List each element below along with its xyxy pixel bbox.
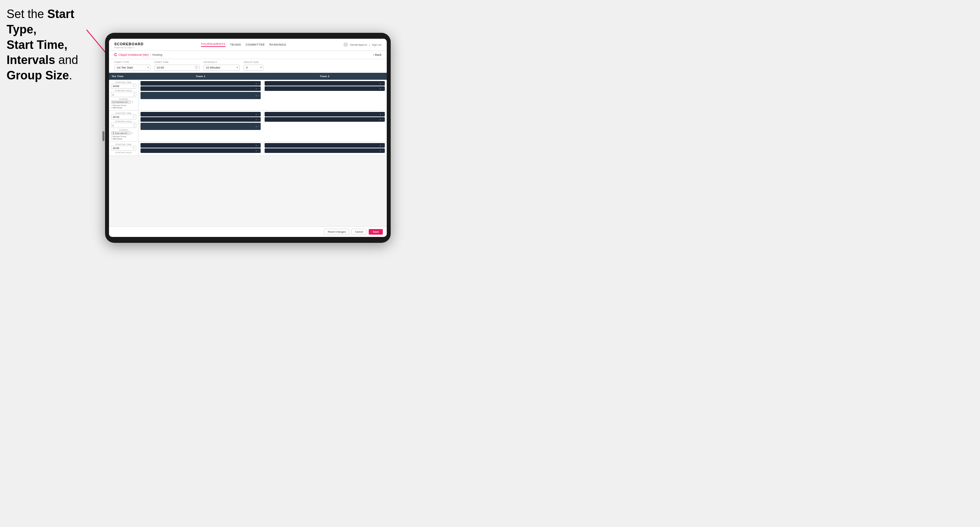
save-button[interactable]: Save bbox=[369, 229, 383, 235]
o-icon-1-3: ○ bbox=[258, 95, 259, 97]
tablet-screen: SCOREBOARD Powered by clipp.io TOURNAMEN… bbox=[109, 39, 387, 237]
breadcrumb-tournament[interactable]: Clippd Invitational (Me) bbox=[119, 53, 149, 56]
player-row-5-2: ✕ ○ bbox=[140, 148, 261, 153]
o-icon-4-1: ○ bbox=[382, 113, 383, 115]
add-group-2[interactable]: + Add Group bbox=[111, 138, 136, 140]
x-icon-5-2: ✕ bbox=[255, 150, 257, 152]
x-icon-1-2: ✕ bbox=[255, 87, 257, 90]
clock-icon: 🕐 bbox=[195, 66, 198, 69]
remove-add-2: ○ Remove Group + Add Group bbox=[111, 135, 136, 140]
time-clock-icon-2: ⏱ bbox=[132, 116, 135, 118]
instruction-and: and bbox=[55, 53, 78, 67]
starting-time-label-3: STARTING TIME: bbox=[111, 143, 136, 145]
course-row-1: (A) Peachtree GC × ▾ bbox=[111, 100, 136, 104]
tee-table: Tee Time Team 1 Team 2 STARTING TIME: 10… bbox=[109, 73, 387, 226]
course-name-1: (A) Peachtree GC bbox=[112, 101, 128, 103]
starting-time-label-1: STARTING TIME: bbox=[111, 81, 136, 83]
group-size-select-wrapper: 3 2 4 bbox=[243, 64, 263, 71]
bottom-bar: Reset Changes Cancel Save bbox=[109, 226, 387, 237]
player-icons-1-1: ✕ ○ bbox=[255, 83, 259, 85]
intervals-label: Intervals bbox=[204, 61, 240, 63]
course-icon-2: 🏌 bbox=[112, 132, 115, 134]
o-icon-2-1: ○ bbox=[382, 83, 383, 84]
course-arrow-2: ▾ bbox=[132, 132, 133, 135]
side-tab bbox=[102, 131, 104, 141]
player-icons-3-1: ✕ ○ bbox=[255, 113, 259, 116]
nav-rankings[interactable]: RANKINGS bbox=[270, 43, 286, 46]
add-group-1[interactable]: + Add Group bbox=[111, 106, 136, 109]
time-value-2: 10:10 bbox=[113, 116, 119, 119]
sign-out-link[interactable]: Sign out bbox=[372, 43, 382, 46]
team2-cell-3: ✕ ○ ✕ ○ bbox=[262, 142, 387, 156]
course-badge-x-2[interactable]: × bbox=[128, 132, 129, 134]
player-icons-1-3: ✕ ○ bbox=[255, 95, 259, 97]
starting-hole-label-3: STARTING HOLE: bbox=[111, 152, 136, 154]
team2-cell-2: ✕ ○ ✕ ○ bbox=[262, 111, 387, 141]
user-email: blair@clippd.io bbox=[350, 43, 368, 46]
cancel-button[interactable]: Cancel bbox=[351, 229, 367, 235]
course-badge-x-1[interactable]: × bbox=[129, 101, 130, 103]
player-row-5-1: ✕ ○ bbox=[140, 143, 261, 148]
start-time-field: Start Time 🕐 bbox=[154, 61, 200, 71]
hole-value-1: 1 bbox=[112, 93, 114, 96]
starting-hole-label-1: STARTING HOLE: bbox=[111, 90, 136, 92]
player-row-1-1: ✕ ○ bbox=[140, 81, 261, 86]
settings-row: Start Type 1st Tee Start Shotgun Start S… bbox=[109, 59, 387, 73]
player-row-3-2: ✕ ○ bbox=[140, 117, 261, 122]
group-2-left: STARTING TIME: 10:10 ⏱ STARTING HOLE: 1 … bbox=[109, 111, 138, 141]
header-team2: Team 2 bbox=[262, 73, 387, 80]
time-input-1[interactable]: 10:00 ⏱ bbox=[111, 84, 136, 89]
course-label-2: COURSE: bbox=[111, 129, 136, 131]
x-icon-2-1: ✕ bbox=[380, 83, 381, 85]
time-input-3[interactable]: 10:20 ⏱ bbox=[111, 146, 136, 151]
back-button[interactable]: ‹ Back bbox=[373, 53, 382, 56]
nav-user: blair@clippd.io | Sign out bbox=[344, 42, 382, 47]
team1-cell-1: ✕ ○ ✕ ○ ✕ ○ bbox=[138, 80, 262, 110]
logo-sub: Powered by clipp.io bbox=[114, 47, 143, 49]
player-icons-6-2: ✕ ○ bbox=[380, 150, 383, 152]
course-badge-1: (A) Peachtree GC × bbox=[111, 100, 131, 104]
nav-committee[interactable]: COMMITTEE bbox=[246, 43, 265, 46]
starting-hole-label-2: STARTING HOLE: bbox=[111, 121, 136, 122]
hole-select-2[interactable]: 1 ▲▼ bbox=[111, 123, 136, 128]
x-icon-5-1: ✕ bbox=[255, 144, 257, 147]
player-icons-5-1: ✕ ○ bbox=[255, 144, 259, 147]
player-icons-2-1: ✕ ○ bbox=[380, 83, 383, 85]
o-icon-6-1: ○ bbox=[382, 144, 383, 146]
team1-cell-2: ✕ ○ ✕ ○ ✕ ○ bbox=[138, 111, 262, 141]
intervals-field: Intervals 10 Minutes 5 Minutes 15 Minute… bbox=[204, 61, 240, 71]
o-icon-1-2: ○ bbox=[258, 87, 259, 90]
start-type-select[interactable]: 1st Tee Start Shotgun Start bbox=[114, 65, 150, 71]
time-clock-icon-3: ⏱ bbox=[132, 147, 135, 149]
remove-group-2[interactable]: ○ Remove Group bbox=[111, 135, 136, 138]
player-icons-3-3: ✕ ○ bbox=[255, 125, 259, 128]
header-team1: Team 1 bbox=[138, 73, 262, 80]
remove-group-1[interactable]: ○ Remove Group bbox=[111, 104, 136, 106]
group-1-left: STARTING TIME: 10:00 ⏱ STARTING HOLE: 1 … bbox=[109, 80, 138, 110]
tee-table-header: Tee Time Team 1 Team 2 bbox=[109, 73, 387, 80]
hole-select-1[interactable]: 1 ▲▼ bbox=[111, 92, 136, 97]
group-size-label: Group Size bbox=[243, 61, 263, 63]
instruction-bold2: Start Time, bbox=[6, 38, 67, 51]
time-value-3: 10:20 bbox=[113, 147, 119, 150]
x-icon-6-2: ✕ bbox=[380, 150, 381, 152]
start-time-input[interactable] bbox=[154, 65, 200, 71]
player-row-6-2: ✕ ○ bbox=[265, 148, 385, 153]
breadcrumb: C Clippd Invitational (Me) › Hosting bbox=[114, 52, 162, 57]
course-arrow-1: ▾ bbox=[132, 101, 133, 103]
course-badge-2: 🏌 East Lake GC × bbox=[111, 131, 130, 135]
nav-tournaments[interactable]: TOURNAMENTS bbox=[201, 42, 226, 47]
player-icons-1-2: ✕ ○ bbox=[255, 87, 259, 90]
intervals-select[interactable]: 10 Minutes 5 Minutes 15 Minutes bbox=[204, 65, 240, 71]
nav-links: TOURNAMENTS TEAMS COMMITTEE RANKINGS bbox=[201, 42, 286, 47]
user-avatar bbox=[344, 42, 348, 47]
group-size-select[interactable]: 3 2 4 bbox=[243, 65, 263, 71]
x-icon-3-3: ✕ bbox=[255, 125, 257, 128]
time-input-2[interactable]: 10:10 ⏱ bbox=[111, 114, 136, 119]
starting-time-label-2: STARTING TIME: bbox=[111, 112, 136, 114]
breadcrumb-separator: › bbox=[150, 53, 151, 56]
nav-teams[interactable]: TEAMS bbox=[230, 43, 241, 46]
group-row-2: STARTING TIME: 10:10 ⏱ STARTING HOLE: 1 … bbox=[109, 111, 387, 142]
team2-cell-1: ✕ ○ ✕ ○ bbox=[262, 80, 387, 110]
reset-changes-button[interactable]: Reset Changes bbox=[324, 229, 349, 235]
